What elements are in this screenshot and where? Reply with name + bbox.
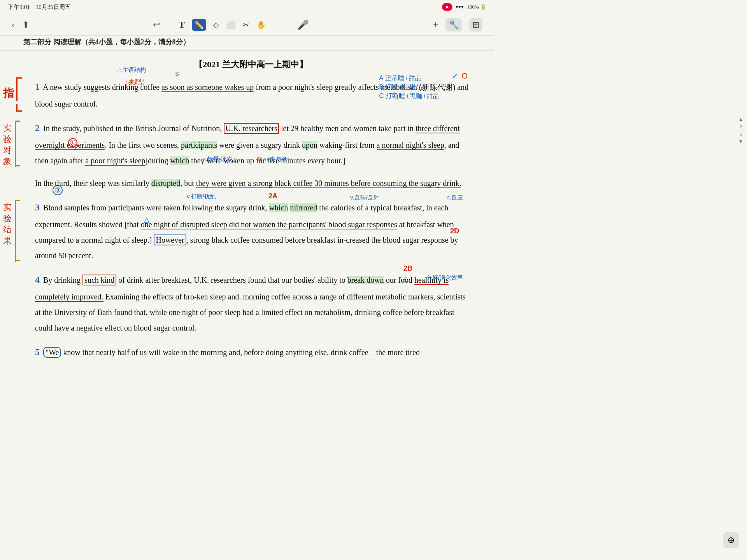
- underline-as-soon: as soon as someone wakes up: [161, 83, 254, 92]
- para-2-text: 2 In the study, published in the British…: [35, 124, 460, 165]
- back-button[interactable]: ‹: [12, 20, 14, 30]
- para-num-1: 1: [35, 82, 40, 92]
- circle-we: "We: [43, 347, 61, 358]
- status-time: 下午9:01: [8, 4, 30, 10]
- hw-s: S: [175, 70, 179, 77]
- sidebar-label-jieguo: 实验结果: [3, 202, 12, 246]
- toolbar-center: ↩ T ✏️ ◇ ⬜ ✂ ✋ 🎤: [153, 19, 309, 31]
- status-time-date: 下午9:01 10月25日周五: [8, 4, 71, 11]
- pencil-tool[interactable]: ✏️: [192, 19, 206, 31]
- wrench-button[interactable]: 🔧: [445, 18, 462, 32]
- battery-indicator: 100% 🔋: [467, 4, 486, 10]
- para-3-text: 3 Blood samples from participants were t…: [35, 203, 458, 260]
- highlight-which: which: [170, 156, 189, 165]
- highlight-which2: which: [269, 203, 288, 212]
- sidebar-label-zhi: 指: [3, 86, 14, 101]
- para-1-text: 1 A new study suggests drinking coffee a…: [35, 83, 468, 108]
- wifi-icon: ▾▾▾: [456, 4, 464, 10]
- main-content: 【2021 兰大附中高一上期中】 （来吧） 指 1 A new study su…: [0, 55, 494, 376]
- share-button[interactable]: ⬆: [22, 20, 29, 30]
- para-3-cont-text: In the third, their sleep was similarly …: [35, 179, 461, 187]
- underline-poor-nights-sleep: a poor night's sleep: [85, 156, 145, 166]
- eraser-tool[interactable]: ◇: [213, 20, 219, 30]
- para-num-5: 5: [35, 347, 40, 357]
- toolbar-left: ‹ ⬆: [12, 20, 29, 30]
- record-button[interactable]: ●: [442, 3, 453, 11]
- box-however: However: [154, 234, 186, 245]
- hw-circle-o: O: [461, 72, 468, 80]
- toolbar: ‹ ⬆ ↩ T ✏️ ◇ ⬜ ✂ ✋ 🎤 + 🔧 ⊞: [0, 14, 494, 36]
- shape-tool[interactable]: ⬜: [226, 20, 236, 30]
- para-5-text: 5 "We know that nearly half of us will w…: [35, 348, 420, 357]
- underline-one-night: one night of disrupted sleep did not wor…: [141, 220, 397, 229]
- sidebar-label-shiyan-duixiang: 实验对象: [3, 122, 12, 167]
- layout-button[interactable]: ⊞: [469, 18, 482, 32]
- status-bar: 下午9:01 10月25日周五 ● ▾▾▾ 100% 🔋: [0, 0, 494, 14]
- bracket-shiyan-bottom: [15, 155, 20, 166]
- bracket-p1-top: [16, 77, 22, 101]
- underline-normal-nights-sleep: a normal night's sleep: [377, 141, 444, 150]
- scissors-tool[interactable]: ✂: [243, 20, 249, 30]
- paragraph-3: 实验结果 3 Blood samples from participants w…: [31, 198, 471, 263]
- bracket-during: during which they were woken up for five…: [148, 156, 342, 165]
- hw-checkmark: ✓: [452, 72, 458, 81]
- highlight-disrupted1: disrupted: [151, 179, 180, 187]
- para-4-text: 4 By drinking such kind of drink after b…: [35, 276, 466, 332]
- highlight-participants: participants: [181, 141, 217, 149]
- highlight-mirrored: mirrored: [290, 203, 317, 212]
- box-such-kind: such kind: [82, 275, 116, 285]
- paragraph-5: 5 "We know that nearly half of us will w…: [31, 343, 471, 361]
- text-tool[interactable]: T: [179, 19, 185, 30]
- underline-they-were-given: they were given a strong black coffee 30…: [196, 179, 461, 188]
- hw-fanying2: n.反应: [446, 194, 463, 201]
- section-label: 第二部分 阅读理解（共4小题，每小题2分，满分8分）: [0, 36, 494, 48]
- highlight-break-down: break down: [347, 276, 384, 284]
- box-uk-researchers: U.K. researchers: [224, 123, 279, 134]
- paragraph-2: 实验对象 2 In the study, published in the Br…: [31, 119, 471, 168]
- mic-button[interactable]: 🎤: [297, 19, 309, 30]
- para-num-3: 3: [35, 202, 40, 212]
- highlight-upon: upon: [302, 141, 317, 149]
- status-date: 10月25日周五: [36, 4, 71, 10]
- bracket-jieguo-bottom: [15, 250, 20, 261]
- para-num-4: 4: [35, 275, 40, 285]
- add-button[interactable]: +: [433, 19, 438, 31]
- bracket-p1-bottom: [16, 104, 22, 112]
- exam-title: 【2021 兰大附中高一上期中】: [31, 59, 471, 70]
- paragraph-3-cont: ③ In the third, their sleep was similarl…: [31, 175, 471, 191]
- status-right: ● ▾▾▾ 100% 🔋: [442, 3, 486, 11]
- hand-tool[interactable]: ✋: [256, 20, 266, 30]
- para-num-2: 2: [35, 123, 40, 133]
- paragraph-4: 4 By drinking such kind of drink after b…: [31, 270, 471, 336]
- toolbar-right: + 🔧 ⊞: [433, 18, 482, 32]
- hw-2b: 2B: [403, 264, 412, 273]
- undo-button[interactable]: ↩: [153, 20, 160, 30]
- hw-fanying: v.反映/反射: [350, 194, 379, 201]
- hw-2a: 2A: [268, 192, 277, 200]
- paragraph-1: 1 A new study suggests drinking coffee a…: [31, 77, 471, 112]
